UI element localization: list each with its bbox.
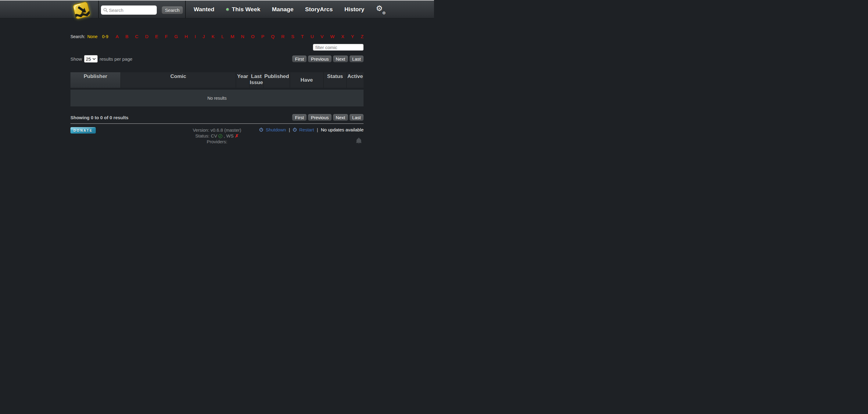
gear-icon: ⚙ [376, 4, 383, 13]
alpha-letter-links: A B C D E F G H I J K L M N O P Q R S T … [116, 34, 364, 39]
navbar-divider [98, 1, 99, 18]
nav-item-label: Wanted [194, 6, 214, 13]
alpha-letter-link[interactable]: F [165, 34, 167, 39]
notification-area [241, 136, 364, 146]
nav-item-this-week[interactable]: This Week [226, 6, 260, 13]
main-nav: Wanted This Week Manage StoryArcs Histor… [185, 1, 434, 18]
column-header-publisher[interactable]: Publisher [70, 72, 121, 88]
power-icon [293, 127, 298, 133]
alpha-filter-digits-link[interactable]: 0-9 [102, 34, 108, 39]
system-links: Shutdown | Restart | No updates availabl… [241, 127, 364, 133]
alpha-filter-none-link[interactable]: None [87, 34, 97, 39]
alpha-letter-link[interactable]: T [301, 34, 304, 39]
alpha-letter-link[interactable]: U [310, 34, 314, 39]
main-content: Search: None 0-9 A B C D E F G H I J K L… [70, 34, 364, 146]
footer-left: DONATE [70, 127, 193, 146]
alpha-letter-link[interactable]: O [251, 34, 255, 39]
alpha-letter-link[interactable]: B [125, 34, 128, 39]
alpha-letter-link[interactable]: N [241, 34, 244, 39]
updates-status: No updates available [321, 127, 364, 132]
power-icon [259, 127, 265, 133]
alpha-letter-link[interactable]: P [261, 34, 264, 39]
search-icon [103, 8, 108, 14]
page-size-value: 25 [86, 56, 91, 62]
nav-item-wanted[interactable]: Wanted [194, 6, 214, 13]
green-status-dot-icon [226, 8, 229, 11]
alpha-letter-link[interactable]: M [230, 34, 235, 39]
alpha-letter-link[interactable]: R [281, 34, 284, 39]
column-header-have[interactable]: Have [290, 72, 323, 88]
navbar-search-zone: Search [101, 5, 183, 14]
alpha-letter-link[interactable]: K [211, 34, 214, 39]
last-page-button[interactable]: Last [349, 114, 364, 121]
version-block: Version: v0.6.8 (master) Status: CV ✓ , … [193, 127, 241, 146]
alpha-letter-link[interactable]: C [135, 34, 138, 39]
settings-button[interactable]: ⚙ ⚙ [376, 5, 385, 14]
nav-item-storyarcs[interactable]: StoryArcs [305, 6, 333, 13]
alpha-letter-link[interactable]: H [185, 34, 188, 39]
restart-link[interactable]: Restart [299, 127, 314, 132]
next-page-button[interactable]: Next [333, 114, 348, 121]
pagination-top: First Previous Next Last [292, 56, 364, 62]
table-footer-row: Showing 0 to 0 of 0 results First Previo… [70, 114, 364, 121]
mylar-logo-icon [71, 1, 92, 21]
column-header-year[interactable]: Year [236, 72, 249, 88]
previous-page-button[interactable]: Previous [308, 56, 331, 62]
search-input[interactable] [101, 5, 157, 14]
table-controls-row: Show 25 results per page First Previous … [70, 55, 364, 63]
providers-line: Providers: [193, 139, 241, 145]
page-size-suffix-label: results per page [100, 56, 133, 62]
no-results-message: No results [70, 90, 364, 106]
status-line: Status: CV ✓ , WS ✗ [193, 133, 241, 139]
last-page-button[interactable]: Last [349, 56, 364, 62]
first-page-button[interactable]: First [292, 56, 307, 62]
filter-comic-input[interactable] [313, 44, 364, 51]
alpha-letter-link[interactable]: D [145, 34, 149, 39]
bell-icon[interactable] [355, 136, 363, 145]
nav-item-manage[interactable]: Manage [272, 6, 294, 13]
link-separator: | [289, 127, 290, 132]
previous-page-button[interactable]: Previous [308, 114, 331, 121]
alpha-letter-link[interactable]: Z [361, 34, 364, 39]
column-header-status[interactable]: Status [323, 72, 346, 88]
alpha-letter-link[interactable]: A [116, 34, 119, 39]
column-header-active[interactable]: Active [346, 72, 364, 88]
alpha-letter-link[interactable]: G [174, 34, 178, 39]
status-prefix: Status: CV [195, 133, 217, 138]
alpha-letter-link[interactable]: X [341, 34, 344, 39]
alpha-search-row: Search: None 0-9 A B C D E F G H I J K L… [70, 34, 364, 39]
chevron-down-icon [92, 58, 96, 60]
alpha-letter-link[interactable]: W [330, 34, 335, 39]
alpha-search-label: Search: [70, 34, 85, 39]
table-header-row: Publisher Comic Year Last Issue Publishe… [70, 72, 364, 88]
page-footer: DONATE Version: v0.6.8 (master) Status: … [70, 127, 364, 146]
mylar-logo[interactable] [71, 1, 92, 22]
nav-item-label: StoryArcs [305, 6, 333, 13]
navbar: Search Wanted This Week Manage StoryArcs… [0, 1, 434, 18]
column-header-last-issue[interactable]: Last Issue [249, 72, 263, 88]
alpha-letter-link[interactable]: J [203, 34, 205, 39]
alpha-letter-link[interactable]: V [320, 34, 323, 39]
alpha-letter-link[interactable]: I [194, 34, 196, 39]
gear-small-icon: ⚙ [382, 11, 386, 15]
results-summary: Showing 0 to 0 of 0 results [70, 115, 128, 120]
next-page-button[interactable]: Next [333, 56, 348, 62]
donate-button[interactable]: DONATE [70, 127, 96, 133]
shutdown-link[interactable]: Shutdown [266, 127, 286, 132]
alpha-letter-link[interactable]: L [221, 34, 223, 39]
page-size-select[interactable]: 25 [84, 55, 98, 63]
search-button[interactable]: Search [162, 6, 183, 14]
cross-icon: ✗ [235, 133, 239, 138]
first-page-button[interactable]: First [292, 114, 307, 121]
alpha-letter-link[interactable]: Q [271, 34, 275, 39]
alpha-letter-link[interactable]: S [291, 34, 294, 39]
alpha-letter-link[interactable]: E [155, 34, 158, 39]
nav-item-history[interactable]: History [344, 6, 364, 13]
column-header-comic[interactable]: Comic [121, 72, 236, 88]
column-header-published[interactable]: Published [263, 72, 290, 88]
check-circle-icon: ✓ [218, 134, 222, 138]
table-empty-row: No results [70, 90, 364, 106]
nav-item-label: History [344, 6, 364, 13]
version-line: Version: v0.6.8 (master) [193, 127, 241, 133]
alpha-letter-link[interactable]: Y [351, 34, 354, 39]
